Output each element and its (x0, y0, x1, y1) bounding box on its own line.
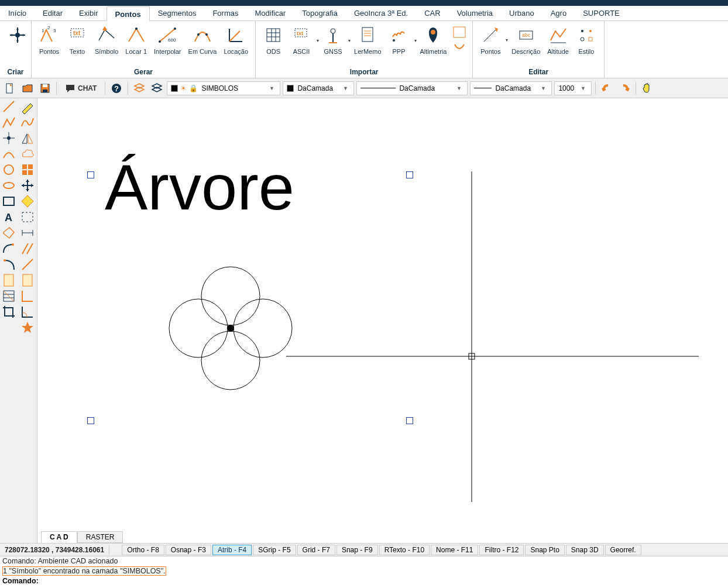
lineweight-select[interactable]: DaCamada ▼ (470, 81, 552, 95)
tool-polyline-icon[interactable] (0, 114, 18, 130)
layers-icon[interactable] (132, 81, 147, 96)
import-extra1-icon[interactable] (452, 26, 466, 39)
layer-select[interactable]: ☀ 🔒 SIMBOLOS ▼ (167, 81, 280, 95)
menu-pontos[interactable]: Pontos (107, 6, 150, 21)
status-filtro-f12[interactable]: Filtro - F12 (479, 545, 524, 555)
tool-dashrect-icon[interactable] (19, 209, 36, 225)
tool-text-a-icon[interactable]: A (0, 209, 18, 225)
ribbon-ods[interactable]: ODS (259, 23, 287, 57)
tool-angle-icon[interactable] (19, 288, 36, 304)
toolbar: CHAT ? ☀ 🔒 SIMBOLOS ▼ DaCamada ▼ DaCamad… (0, 78, 728, 98)
linetype-select[interactable]: DaCamada ▼ (356, 81, 468, 95)
tool-point-icon[interactable] (0, 130, 18, 146)
tool-circle-icon[interactable] (0, 161, 18, 177)
import-extra2-icon[interactable] (452, 42, 466, 55)
tool-mirror-icon[interactable] (19, 130, 36, 146)
tool-angle2-icon[interactable] (19, 304, 36, 319)
menu-volumetria[interactable]: Volumetria (449, 6, 501, 20)
save-icon[interactable] (37, 81, 53, 96)
tab-cad[interactable]: C A D (41, 531, 77, 543)
menu-car[interactable]: CAR (416, 6, 448, 20)
status-grid-f7[interactable]: Grid - F7 (297, 545, 335, 555)
ribbon-gnss[interactable]: GNSS (319, 23, 347, 57)
tool-star-icon[interactable] (19, 319, 36, 335)
status-osnap-f3[interactable]: Osnap - F3 (166, 545, 211, 555)
tool-move-icon[interactable] (19, 177, 36, 193)
pan-hand-icon[interactable] (640, 81, 655, 96)
menu-urbano[interactable]: Urbano (501, 6, 542, 20)
menu-formas[interactable]: Formas (204, 6, 246, 20)
chat-button[interactable]: CHAT (60, 81, 101, 96)
status-sgrip-f5[interactable]: SGrip - F5 (253, 545, 296, 555)
redo-icon[interactable] (617, 81, 632, 96)
tool-spline-icon[interactable] (19, 114, 36, 130)
selection-handle[interactable] (406, 171, 413, 178)
tool-arc2-icon[interactable] (0, 256, 18, 272)
gnss-icon (322, 25, 344, 46)
menu-in-cio[interactable]: Início (0, 6, 35, 20)
tool-page-icon[interactable] (0, 272, 18, 288)
tool-crop-icon[interactable] (0, 304, 18, 319)
ribbon-locar-1[interactable]: Locar 1 (122, 23, 150, 56)
status-snap-f9[interactable]: Snap - F9 (336, 545, 378, 555)
status-nome-f11[interactable]: Nome - F11 (431, 545, 478, 555)
tool-slash2-icon[interactable] (19, 256, 36, 272)
new-file-icon[interactable] (2, 81, 18, 96)
open-folder-icon[interactable] (20, 81, 35, 96)
selection-handle[interactable] (87, 171, 94, 178)
selection-handle[interactable] (406, 417, 413, 424)
tool-ellipse-icon[interactable] (0, 177, 18, 193)
status-ortho-f8[interactable]: Ortho - F8 (122, 545, 164, 555)
tool-brush-icon[interactable] (19, 98, 36, 114)
tool-cloud-icon[interactable] (19, 146, 36, 161)
menu-geoincra-3-ed-[interactable]: GeoIncra 3ª Ed. (346, 6, 416, 20)
help-icon[interactable]: ? (109, 81, 124, 96)
scale-select[interactable]: 1000 ▼ (554, 81, 592, 95)
status-snap-pto[interactable]: Snap Pto (525, 545, 564, 555)
menu-modificar[interactable]: Modificar (246, 6, 294, 20)
tool-arc-icon[interactable] (0, 146, 18, 161)
status-georref-[interactable]: Georref. (605, 545, 641, 555)
tool-line-icon[interactable] (0, 98, 18, 114)
status-snap-3d[interactable]: Snap 3D (566, 545, 604, 555)
ribbon-s-mbolo[interactable]: Símbolo (91, 23, 122, 56)
tab-raster[interactable]: RASTER (77, 531, 123, 543)
ribbon-loca-o[interactable]: Locação (220, 23, 252, 56)
ribbon-pontos[interactable]: Pontos (476, 23, 504, 56)
tool-bulge-icon[interactable] (0, 240, 18, 256)
ribbon-ascii[interactable]: txtASCII (287, 23, 315, 57)
menu-segmentos[interactable]: Segmentos (150, 6, 205, 20)
ribbon-ppp[interactable]: PPP (385, 23, 413, 57)
ribbon-interpolar[interactable]: 600Interpolar (150, 23, 184, 56)
tool-hatch-icon[interactable] (0, 288, 18, 304)
ribbon-altimetria[interactable]: Altimetria (417, 23, 451, 57)
layers2-icon[interactable] (149, 81, 164, 96)
status-rtexto-f10[interactable]: RTexto - F10 (379, 545, 430, 555)
tool-dim-icon[interactable] (19, 225, 36, 240)
selection-handle[interactable] (87, 417, 94, 424)
tool-slashes-icon[interactable] (19, 240, 36, 256)
tool-tag-icon[interactable] (0, 225, 18, 240)
criar-btn[interactable] (4, 23, 32, 47)
tool-rect-icon[interactable] (0, 193, 18, 209)
tool-diamond-icon[interactable] (19, 193, 36, 209)
ribbon-em-curva[interactable]: Em Curva (185, 23, 221, 56)
color-select[interactable]: DaCamada ▼ (283, 81, 354, 95)
undo-icon[interactable] (599, 81, 614, 96)
menu-agro[interactable]: Agro (542, 6, 575, 20)
ribbon-texto[interactable]: txtTexto (63, 23, 91, 56)
menu-suporte[interactable]: SUPORTE (575, 6, 628, 20)
tool-page2-icon[interactable] (19, 272, 36, 288)
ribbon-altitude[interactable]: Altitude (544, 23, 572, 56)
ribbon-descri-o[interactable]: abcDescrição (508, 23, 544, 56)
ribbon-lermemo[interactable]: LerMemo (351, 23, 384, 57)
command-prompt[interactable]: Comando: (0, 576, 728, 586)
menu-exibir[interactable]: Exibir (71, 6, 107, 20)
tool-grid4-icon[interactable] (19, 161, 36, 177)
drawing-canvas[interactable]: Árvore C A D RASTER (37, 98, 728, 543)
menu-topografia[interactable]: Topografia (294, 6, 346, 20)
ribbon-pontos[interactable]: 123Pontos (35, 23, 63, 56)
menu-editar[interactable]: Editar (35, 6, 71, 20)
status-atrib-f4[interactable]: Atrib - F4 (212, 545, 252, 555)
ribbon-estilo[interactable]: Estilo (572, 23, 600, 56)
